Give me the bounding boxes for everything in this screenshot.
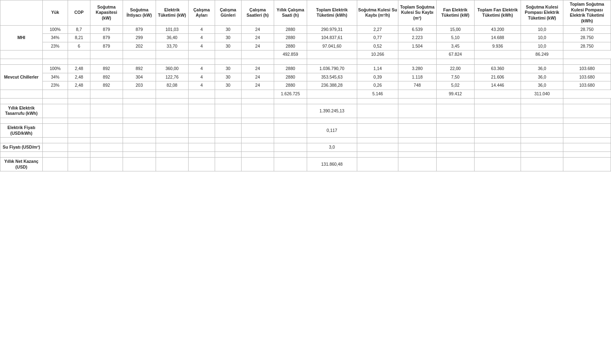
cell-tsp: 103.680	[563, 81, 611, 90]
cell-sc: 892	[90, 81, 123, 90]
spacer-cell	[307, 98, 357, 104]
cell-ksk: 0,52	[357, 42, 398, 50]
cell-ycs: 2880	[274, 34, 307, 42]
spacer-cell	[215, 98, 241, 104]
header-ksk: Soğutma Kulesi Su Kaybı (m³/h)	[357, 0, 398, 26]
summary-sufiyat-row: Su Fiyatı (USD/m³)3,0	[0, 143, 611, 152]
empty-cell	[188, 90, 215, 99]
spacer-cell	[307, 118, 357, 123]
summary-efiyat-row: Elektrik Fiyatı (USD/kWh)0,117	[0, 123, 611, 137]
cell-yuk: 100%	[42, 65, 68, 73]
cell-cg: 30	[215, 25, 241, 34]
spacer-cell	[307, 151, 357, 157]
cell-si: 892	[123, 65, 156, 73]
empty-cell	[68, 123, 90, 137]
spacer-cell	[156, 98, 188, 104]
cell-si: 299	[123, 34, 156, 42]
cell-cop: 2,48	[68, 65, 90, 73]
empty-cell	[436, 143, 474, 152]
spacer-cell	[42, 118, 68, 123]
empty-cell	[90, 50, 123, 59]
empty-cell	[274, 104, 307, 118]
spacer-cell	[241, 151, 274, 157]
header-row: Yük COP Soğutma Kapasitesi (kW) Soğutma …	[0, 0, 611, 26]
cell-cg: 30	[215, 65, 241, 73]
spacer-cell	[123, 138, 156, 143]
cell-tet: 104.837,61	[307, 34, 357, 42]
spacer-cell	[0, 98, 43, 104]
cell-tsk: 748	[398, 81, 436, 90]
subtotal-tfe: 67.824	[436, 50, 474, 59]
spacer-cell	[357, 59, 398, 65]
empty-cell	[475, 104, 521, 118]
header-empty	[0, 0, 43, 26]
empty-cell	[90, 90, 123, 99]
cell-tfe: 14.446	[475, 81, 521, 90]
spacer-cell	[90, 138, 123, 143]
empty-cell	[123, 123, 156, 137]
cell-ca: 4	[188, 73, 215, 81]
spacer-cell	[436, 151, 474, 157]
cell-si: 203	[123, 81, 156, 90]
empty-cell	[42, 90, 68, 99]
table-row: Mevcut Chillerler100%2,48892892360,00430…	[0, 65, 611, 73]
cell-cop: 8,7	[68, 25, 90, 34]
cell-si: 304	[123, 73, 156, 81]
spacer-row	[0, 59, 611, 65]
spacer-cell	[357, 138, 398, 143]
cell-tfe: 63.360	[475, 65, 521, 73]
spacer-cell	[0, 151, 43, 157]
spacer-cell	[68, 98, 90, 104]
summary-sufiyat-label: Su Fiyatı (USD/m³)	[0, 143, 43, 152]
cell-cg: 30	[215, 34, 241, 42]
cell-tsp: 103.680	[563, 73, 611, 81]
cell-yuk: 34%	[42, 34, 68, 42]
section-label: Mevcut Chillerler	[0, 65, 43, 90]
spacer-cell	[188, 98, 215, 104]
empty-cell	[521, 123, 563, 137]
spacer-cell	[0, 118, 43, 123]
header-si: Soğutma İhtiyacı (kW)	[123, 0, 156, 26]
table-row: 23%687920233,7043024288097.041,600,521.5…	[0, 42, 611, 50]
cell-si: 879	[123, 25, 156, 34]
header-sc: Soğutma Kapasitesi (kW)	[90, 0, 123, 26]
empty-cell	[475, 123, 521, 137]
spacer-cell	[188, 59, 215, 65]
cell-sc: 892	[90, 65, 123, 73]
table-row: 23%2,4889220382,08430242880236.388,280,2…	[0, 81, 611, 90]
subtotal-row: 1.626.7255.14699.412311.040	[0, 90, 611, 99]
spacer-cell	[436, 138, 474, 143]
spacer-row	[0, 151, 611, 157]
empty-cell	[156, 123, 188, 137]
spacer-cell	[241, 98, 274, 104]
cell-ksk: 1,14	[357, 65, 398, 73]
cell-cs: 24	[241, 25, 274, 34]
empty-cell	[68, 157, 90, 171]
summary-kazanc-label: Yıllık Net Kazanç (USD)	[0, 157, 43, 171]
empty-cell	[475, 143, 521, 152]
empty-cell	[188, 50, 215, 59]
spacer-cell	[563, 151, 611, 157]
spacer-cell	[521, 98, 563, 104]
header-tsp: Toplam Soğutma Kulesi Pompası Elektrik T…	[563, 0, 611, 26]
spacer-cell	[90, 98, 123, 104]
empty-cell	[215, 50, 241, 59]
header-cop: COP	[68, 0, 90, 26]
cell-cs: 24	[241, 42, 274, 50]
cell-cs: 24	[241, 73, 274, 81]
header-tsk: Toplam Soğutma Kulesi Su Kaybı (m³)	[398, 0, 436, 26]
empty-cell	[188, 157, 215, 171]
cell-tsk: 1.118	[398, 73, 436, 81]
empty-cell	[90, 157, 123, 171]
empty-cell	[90, 143, 123, 152]
spacer-cell	[475, 118, 521, 123]
spacer-cell	[42, 151, 68, 157]
spacer-cell	[398, 138, 436, 143]
spacer-cell	[521, 118, 563, 123]
subtotal-fet-empty	[398, 90, 436, 99]
empty-cell	[188, 143, 215, 152]
cell-et: 122,76	[156, 73, 188, 81]
spacer-cell	[215, 151, 241, 157]
cell-ca: 4	[188, 65, 215, 73]
cell-ycs: 2880	[274, 42, 307, 50]
